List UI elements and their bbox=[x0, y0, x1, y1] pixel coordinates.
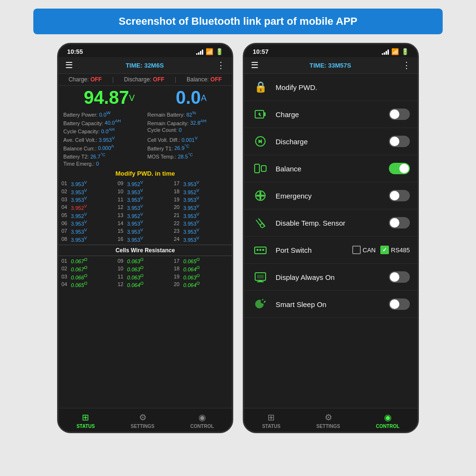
svg-point-10 bbox=[260, 224, 264, 228]
lock-icon: 🔒 bbox=[252, 79, 269, 96]
settings-icon-right: ⚙ bbox=[325, 412, 332, 423]
resist-02: 020.067Ω bbox=[61, 265, 117, 272]
time-right: 10:57 bbox=[253, 48, 268, 55]
resistance-label: Cells Wire Resistance bbox=[59, 245, 232, 256]
stat-ave-cell: Ave. Cell Volt.: 3.953V bbox=[61, 135, 145, 143]
status-icon-left: ⊞ bbox=[82, 412, 89, 423]
nav-settings-right[interactable]: ⚙ SETTINGS bbox=[312, 411, 345, 430]
cell-14: 143.953V bbox=[118, 219, 173, 227]
nav-status-right[interactable]: ⊞ STATUS bbox=[258, 411, 286, 430]
rs485-label: RS485 bbox=[391, 247, 410, 254]
stat-cycle-cap: Cycle Capacity: 0.0AH bbox=[61, 127, 145, 135]
menu-button-right[interactable]: ☰ bbox=[251, 60, 258, 70]
cell-17: 173.953V bbox=[174, 180, 229, 187]
stat-battery-cap: Battery Capacity: 40.0AH bbox=[61, 119, 145, 127]
cell-12: 123.953V bbox=[118, 204, 173, 211]
resistance-grid: 010.067Ω 090.063Ω 170.065Ω 020.067Ω 100.… bbox=[59, 256, 232, 289]
display-always-toggle[interactable] bbox=[389, 271, 410, 283]
wifi-icon-right: 📶 bbox=[391, 48, 399, 55]
stat-battery-power: Battery Power: 0.0W bbox=[61, 110, 145, 118]
cell-22: 223.953V bbox=[174, 219, 229, 227]
svg-rect-4 bbox=[261, 166, 266, 171]
svg-rect-13 bbox=[259, 249, 261, 251]
resist-01: 010.067Ω bbox=[61, 257, 117, 264]
ctrl-emergency[interactable]: Emergency bbox=[244, 182, 417, 209]
balance-icon bbox=[252, 160, 269, 177]
top-bar-right: ☰ TIME: 33M57S ⋮ bbox=[244, 57, 417, 74]
svg-rect-18 bbox=[257, 275, 264, 278]
banner: Screenshot of Bluetooth link part of mob… bbox=[33, 9, 443, 34]
current-display: 0.0A bbox=[176, 88, 207, 108]
discharge-icon bbox=[252, 133, 269, 150]
ctrl-charge[interactable]: Charge bbox=[244, 101, 417, 128]
rs485-checkbox[interactable]: ✓ RS485 bbox=[380, 246, 410, 254]
nav-control-right[interactable]: ◉ CONTROL bbox=[371, 411, 404, 430]
time-label-left: TIME: 32M6S bbox=[126, 62, 164, 69]
control-label-right: CONTROL bbox=[376, 424, 399, 429]
modify-pwd-label: Modify PWD. in time bbox=[59, 168, 232, 179]
ctrl-display-always[interactable]: Display Always On bbox=[244, 264, 417, 291]
svg-rect-14 bbox=[262, 249, 264, 251]
resist-03: 030.066Ω bbox=[61, 273, 117, 280]
sleep-icon bbox=[252, 296, 269, 313]
resist-10: 100.063Ω bbox=[118, 265, 173, 272]
discharge-toggle[interactable] bbox=[389, 136, 410, 147]
emergency-icon bbox=[252, 187, 269, 204]
cell-23: 233.953V bbox=[174, 228, 229, 235]
temp-icon bbox=[252, 214, 269, 231]
nav-settings-left[interactable]: ⚙ SETTINGS bbox=[126, 411, 159, 430]
balance-toggle[interactable] bbox=[389, 163, 410, 174]
disable-temp-toggle[interactable] bbox=[389, 217, 410, 228]
ctrl-discharge[interactable]: Discharge bbox=[244, 128, 417, 155]
svg-rect-3 bbox=[255, 164, 259, 173]
cell-07: 073.953V bbox=[61, 228, 117, 235]
signal-icon-right bbox=[382, 49, 389, 55]
battery-icon: 🔋 bbox=[216, 48, 223, 55]
ctrl-smart-sleep[interactable]: Smart Sleep On bbox=[244, 291, 417, 318]
settings-label-left: SETTINGS bbox=[131, 424, 155, 429]
ctrl-balance[interactable]: Balance bbox=[244, 155, 417, 182]
resist-20: 200.064Ω bbox=[174, 281, 229, 288]
settings-icon-left: ⚙ bbox=[139, 412, 147, 423]
nav-status-left[interactable]: ⊞ STATUS bbox=[72, 411, 100, 430]
svg-rect-1 bbox=[264, 112, 266, 116]
resist-19: 190.063Ω bbox=[174, 273, 229, 280]
time-label-right: TIME: 33M57S bbox=[309, 62, 351, 69]
control-icon-left: ◉ bbox=[198, 412, 206, 423]
voltage-display: 94.87V bbox=[84, 88, 135, 108]
phone-left-content: Charge: OFF | Discharge: OFF | Balance: … bbox=[59, 74, 232, 408]
charge-status-bar: Charge: OFF | Discharge: OFF | Balance: … bbox=[59, 74, 232, 86]
more-button-right[interactable]: ⋮ bbox=[402, 60, 411, 70]
resist-17: 170.065Ω bbox=[174, 257, 229, 264]
emergency-toggle[interactable] bbox=[389, 190, 410, 201]
cell-10: 103.953V bbox=[118, 188, 173, 195]
cell-18: 183.952V bbox=[174, 188, 229, 195]
ctrl-disable-temp[interactable]: Disable Temp. Sensor bbox=[244, 209, 417, 237]
cell-01: 013.953V bbox=[61, 180, 117, 187]
svg-rect-7 bbox=[259, 191, 261, 200]
ctrl-port-switch: Port Switch CAN ✓ RS485 bbox=[244, 237, 417, 264]
more-button-left[interactable]: ⋮ bbox=[217, 60, 225, 70]
status-bar-left: 10:55 📶 🔋 bbox=[59, 44, 232, 57]
status-label-right: STATUS bbox=[262, 424, 281, 429]
resist-18: 180.064Ω bbox=[174, 265, 229, 272]
discharge-ctrl-label: Discharge bbox=[276, 138, 382, 146]
smart-sleep-toggle[interactable] bbox=[389, 298, 410, 310]
phone-right: 10:57 📶 🔋 ☰ TIME: 33M57S ⋮ 🔒 Modify PWD. bbox=[243, 43, 419, 433]
charge-label: Charge: OFF bbox=[69, 76, 102, 83]
stat-remain-cap: Remain Capacity: 32.8AH bbox=[146, 119, 229, 127]
charge-icon bbox=[252, 106, 269, 123]
control-label-left: CONTROL bbox=[190, 424, 214, 429]
stat-time-emerg: Time Emerg.: 0 bbox=[61, 160, 145, 167]
ctrl-modify-pwd[interactable]: 🔒 Modify PWD. bbox=[244, 74, 417, 101]
charge-toggle[interactable] bbox=[389, 109, 410, 120]
stat-mos-temp: MOS Temp.: 28.5°C bbox=[146, 152, 229, 160]
cells-grid: 013.953V 093.952V 173.953V 023.953V 103.… bbox=[59, 179, 232, 243]
nav-control-left[interactable]: ◉ CONTROL bbox=[186, 411, 218, 430]
stats-grid: Battery Power: 0.0W Remain Battery: 82% … bbox=[59, 109, 232, 168]
battery-icon-right: 🔋 bbox=[401, 48, 409, 55]
stat-remain-battery: Remain Battery: 82% bbox=[146, 110, 229, 118]
can-checkbox[interactable]: CAN bbox=[352, 246, 376, 254]
smart-sleep-ctrl-label: Smart Sleep On bbox=[276, 300, 382, 308]
menu-button-left[interactable]: ☰ bbox=[65, 60, 73, 70]
